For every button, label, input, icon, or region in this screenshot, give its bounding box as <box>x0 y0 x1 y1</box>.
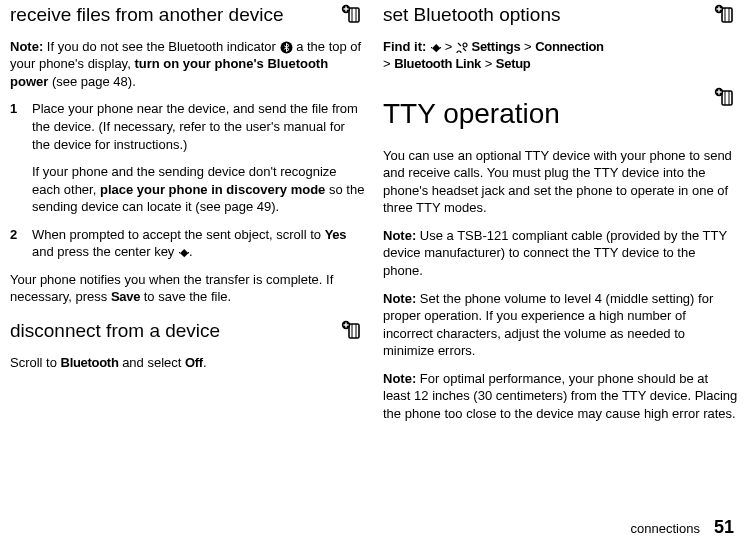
svg-rect-7 <box>349 324 359 338</box>
tools-icon <box>456 41 468 53</box>
find-it-path: Find it: ·◆· > Settings > Connection > B… <box>383 38 738 73</box>
heading-disconnect: disconnect from a device <box>10 320 333 342</box>
right-column: set Bluetooth options Find it: ·◆· > Set… <box>383 0 738 432</box>
feature-icon <box>712 4 738 26</box>
step1-p2: If your phone and the sending device don… <box>32 163 365 216</box>
heading-tty: TTY operation <box>383 95 706 133</box>
tty-intro: You can use an optional TTY device with … <box>383 147 738 217</box>
feature-icon <box>712 87 738 109</box>
tty-note-volume: Note: Set the phone volume to level 4 (m… <box>383 290 738 360</box>
note-label: Note: <box>10 39 43 54</box>
receive-heading-row: receive files from another device <box>10 0 365 32</box>
step-2: 2 When prompted to accept the sent objec… <box>10 226 365 261</box>
heading-set-bluetooth: set Bluetooth options <box>383 4 706 26</box>
step-1: 1 Place your phone near the device, and … <box>10 100 365 215</box>
disconnect-instruction: Scroll to Bluetooth and select Off. <box>10 354 365 372</box>
note-bluetooth-power: Note: If you do not see the Bluetooth in… <box>10 38 365 91</box>
svg-rect-13 <box>722 8 732 22</box>
receive-steps: 1 Place your phone near the device, and … <box>10 100 365 260</box>
tty-heading-row: TTY operation <box>383 83 738 141</box>
svg-rect-0 <box>349 8 359 22</box>
transfer-complete-note: Your phone notifies you when the transfe… <box>10 271 365 306</box>
bluetooth-indicator-icon <box>280 41 293 54</box>
setbt-heading-row: set Bluetooth options <box>383 0 738 32</box>
tty-note-cable: Note: Use a TSB-121 compliant cable (pro… <box>383 227 738 280</box>
center-key-icon: ·◆· <box>178 245 189 260</box>
feature-icon <box>339 320 365 342</box>
tty-note-distance: Note: For optimal performance, your phon… <box>383 370 738 423</box>
page-number: 51 <box>714 517 734 538</box>
step1-p1: Place your phone near the device, and se… <box>32 100 365 153</box>
heading-receive: receive files from another device <box>10 4 333 26</box>
step-number: 1 <box>10 100 32 215</box>
step2-p: When prompted to accept the sent object,… <box>32 226 365 261</box>
center-key-icon: ·◆· <box>430 40 441 55</box>
left-column: receive files from another device Note: … <box>10 0 365 432</box>
footer-section: connections <box>631 521 700 536</box>
step-number: 2 <box>10 226 32 261</box>
disconnect-heading-row: disconnect from a device <box>10 316 365 348</box>
feature-icon <box>339 4 365 26</box>
page-body: receive files from another device Note: … <box>0 0 754 432</box>
svg-rect-19 <box>722 91 732 105</box>
page-footer: connections 51 <box>631 517 734 538</box>
